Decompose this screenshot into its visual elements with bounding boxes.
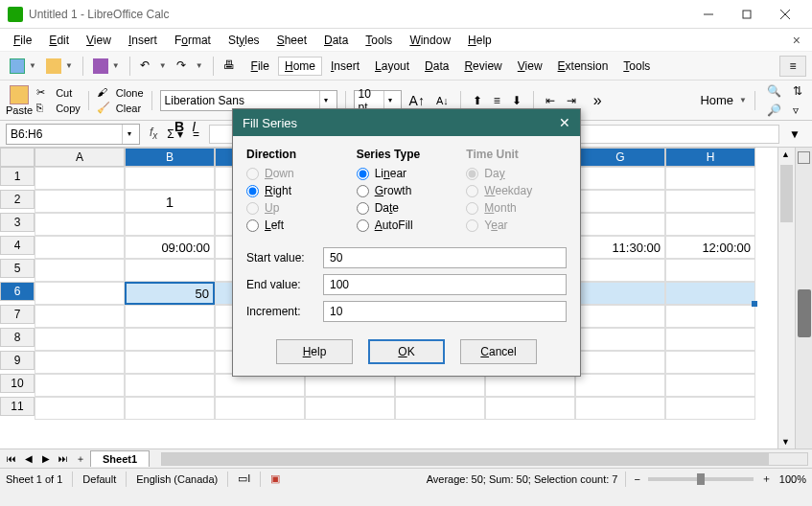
tab-data[interactable]: Data bbox=[418, 57, 455, 76]
paste-button[interactable]: Paste bbox=[6, 85, 33, 116]
row-header-1[interactable]: 1 bbox=[0, 167, 35, 186]
tab-layout[interactable]: Layout bbox=[368, 57, 416, 76]
tab-view[interactable]: View bbox=[511, 57, 549, 76]
row-header-5[interactable]: 5 bbox=[0, 259, 35, 278]
toolbar-overflow-button[interactable]: » bbox=[593, 92, 602, 109]
radio-growth[interactable]: Growth bbox=[357, 184, 457, 197]
zoom-out-button[interactable]: − bbox=[634, 473, 639, 485]
sheet-nav-first[interactable]: ⏮ bbox=[4, 451, 19, 467]
radio-linear[interactable]: Linear bbox=[357, 167, 457, 180]
start-value-input[interactable] bbox=[323, 247, 567, 268]
open-button[interactable]: ▼ bbox=[42, 57, 77, 76]
menu-styles[interactable]: Styles bbox=[220, 32, 267, 49]
col-header-G[interactable]: G bbox=[575, 148, 665, 167]
menu-help[interactable]: Help bbox=[460, 32, 499, 49]
col-header-H[interactable]: H bbox=[665, 148, 755, 167]
tab-tools[interactable]: Tools bbox=[616, 57, 657, 76]
row-header-6[interactable]: 6 bbox=[0, 282, 35, 301]
menu-sheet[interactable]: Sheet bbox=[269, 32, 314, 49]
redo-button[interactable]: ↷▼ bbox=[173, 57, 207, 76]
row-header-10[interactable]: 10 bbox=[0, 374, 35, 393]
radio-autofill[interactable]: AutoFill bbox=[357, 218, 457, 232]
vertical-scrollbar[interactable]: ▲ ▼ bbox=[777, 148, 795, 448]
bold-button[interactable]: B bbox=[174, 119, 184, 134]
find-button[interactable]: 🔍 bbox=[763, 82, 785, 100]
hamburger-menu-button[interactable]: ≡ bbox=[779, 56, 806, 77]
copy-button[interactable]: ⎘Copy bbox=[36, 102, 81, 115]
row-header-11[interactable]: 11 bbox=[0, 397, 35, 416]
cell-G4[interactable]: 11:30:00 bbox=[575, 236, 665, 259]
grow-font-button[interactable]: A↑ bbox=[406, 91, 429, 110]
col-header-A[interactable]: A bbox=[35, 148, 125, 167]
row-header-3[interactable]: 3 bbox=[0, 213, 35, 232]
menu-edit[interactable]: Edit bbox=[41, 32, 77, 49]
status-summary[interactable]: Average: 50; Sum: 50; Selection count: 7 bbox=[427, 473, 618, 485]
increment-input[interactable] bbox=[323, 301, 567, 322]
row-header-9[interactable]: 9 bbox=[0, 351, 35, 370]
row-header-8[interactable]: 8 bbox=[0, 328, 35, 347]
dialog-titlebar[interactable]: Fill Series ✕ bbox=[233, 109, 580, 136]
menu-insert[interactable]: Insert bbox=[121, 32, 165, 49]
zoom-button[interactable]: 🔎 bbox=[763, 102, 785, 119]
align-top-button[interactable]: ⬆ bbox=[469, 92, 486, 109]
align-bottom-button[interactable]: ⬇ bbox=[508, 92, 525, 109]
print-button[interactable]: 🖶 bbox=[220, 57, 243, 76]
help-button[interactable]: Help bbox=[276, 339, 353, 364]
status-selection-mode-icon[interactable]: ▭I bbox=[238, 472, 250, 485]
formula-expand-button[interactable]: ▼ bbox=[783, 127, 806, 141]
minimize-button[interactable] bbox=[689, 1, 728, 28]
cell-H4[interactable]: 12:00:00 bbox=[665, 236, 755, 259]
menu-view[interactable]: View bbox=[79, 32, 119, 49]
undo-button[interactable]: ↶▼ bbox=[136, 57, 171, 76]
document-close-icon[interactable]: × bbox=[787, 31, 806, 50]
menu-format[interactable]: Format bbox=[167, 32, 219, 49]
tab-insert[interactable]: Insert bbox=[324, 57, 366, 76]
zoom-in-button[interactable]: ＋ bbox=[761, 472, 772, 486]
function-wizard-button[interactable]: fx bbox=[144, 126, 163, 141]
radio-right[interactable]: Right bbox=[246, 184, 347, 197]
shrink-font-button[interactable]: A↓ bbox=[432, 93, 452, 108]
align-middle-button[interactable]: ≡ bbox=[490, 92, 504, 109]
menu-data[interactable]: Data bbox=[316, 32, 356, 49]
new-doc-button[interactable]: ▼ bbox=[6, 57, 40, 76]
clear-button[interactable]: 🧹Clear bbox=[97, 102, 144, 115]
radio-left[interactable]: Left bbox=[246, 218, 347, 232]
row-header-2[interactable]: 2 bbox=[0, 190, 35, 209]
radio-down[interactable]: Down bbox=[246, 167, 347, 180]
menu-window[interactable]: Window bbox=[402, 32, 458, 49]
sheet-nav-last[interactable]: ⏭ bbox=[56, 451, 71, 467]
sheet-tab-1[interactable]: Sheet1 bbox=[90, 450, 150, 467]
horizontal-scrollbar[interactable] bbox=[161, 452, 808, 466]
cell-B6[interactable]: 50 bbox=[125, 282, 215, 305]
tab-file[interactable]: FFileile bbox=[244, 57, 276, 76]
save-button[interactable]: ▼ bbox=[89, 57, 124, 76]
dialog-close-button[interactable]: ✕ bbox=[559, 115, 570, 130]
radio-up[interactable]: Up bbox=[246, 201, 347, 215]
menu-file[interactable]: File bbox=[6, 32, 39, 49]
cell-B2[interactable]: 1 bbox=[125, 190, 215, 213]
sheet-add-button[interactable]: ＋ bbox=[73, 451, 88, 467]
tab-home[interactable]: Home bbox=[278, 57, 322, 76]
ok-button[interactable]: OK bbox=[368, 339, 445, 364]
cell-H6[interactable] bbox=[665, 282, 755, 305]
sheet-nav-prev[interactable]: ◀ bbox=[21, 451, 36, 467]
tab-extension[interactable]: Extension bbox=[551, 57, 615, 76]
sort-button[interactable]: ⇅ bbox=[789, 82, 806, 100]
select-all-corner[interactable] bbox=[0, 148, 35, 167]
indent-dec-button[interactable]: ⇤ bbox=[542, 92, 559, 109]
cut-button[interactable]: ✂Cut bbox=[36, 86, 81, 100]
sheet-nav-next[interactable]: ▶ bbox=[38, 451, 54, 467]
sidebar-properties-icon[interactable] bbox=[798, 151, 810, 164]
maximize-button[interactable] bbox=[728, 1, 766, 28]
cell-reference-input[interactable]: B6:H6▾ bbox=[6, 124, 140, 145]
menu-tools[interactable]: Tools bbox=[358, 32, 400, 49]
ribbon-menu-dropdown[interactable]: Home▼ bbox=[700, 93, 747, 107]
end-value-input[interactable] bbox=[323, 274, 567, 295]
row-header-7[interactable]: 7 bbox=[0, 305, 35, 324]
close-button[interactable] bbox=[766, 1, 804, 28]
zoom-value[interactable]: 100% bbox=[779, 473, 806, 485]
status-language[interactable]: English (Canada) bbox=[136, 473, 218, 485]
clone-button[interactable]: 🖌Clone bbox=[97, 86, 144, 100]
zoom-slider[interactable] bbox=[648, 477, 754, 481]
sidebar-handle[interactable] bbox=[798, 289, 811, 337]
